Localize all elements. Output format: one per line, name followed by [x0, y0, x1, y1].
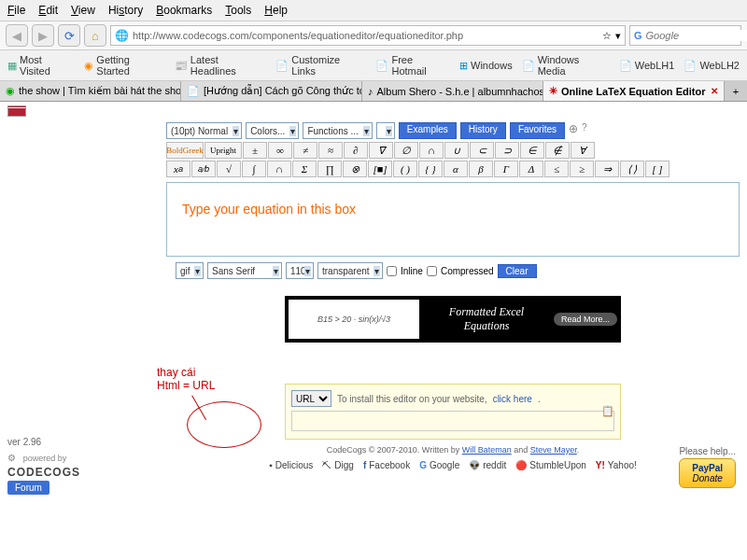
compressed-checkbox[interactable] [427, 266, 437, 276]
bg-select[interactable]: transparent [317, 262, 383, 279]
social-google[interactable]: GGoogle [419, 460, 459, 470]
embed-output[interactable] [291, 411, 614, 431]
menu-history[interactable]: History [108, 4, 143, 17]
size-select[interactable]: (10pt) Normal [166, 122, 242, 139]
sym-btn[interactable]: Γ [494, 161, 518, 177]
sym-btn[interactable]: ⊗ [343, 161, 367, 177]
sym-btn[interactable]: ∏ [317, 161, 342, 177]
click-here-link[interactable]: click here [493, 394, 532, 404]
back-button[interactable]: ◀ [6, 24, 28, 47]
sym-btn[interactable]: ∅ [394, 142, 418, 159]
bookmark-windows-media[interactable]: 📄Windows Media [522, 54, 610, 77]
bookmark-customize[interactable]: 📄Customize Links [275, 54, 366, 77]
ad-banner[interactable]: B15 > 20 · sin(x)/√3 Formatted Excel Equ… [285, 296, 621, 343]
sym-btn[interactable]: ∩ [419, 142, 444, 159]
url-bar[interactable]: 🌐 ☆ ▾ [110, 25, 626, 46]
favorites-tab[interactable]: Favorites [510, 122, 565, 139]
sym-btn[interactable]: ∫ [242, 161, 266, 177]
sym-btn[interactable]: √ [217, 161, 241, 177]
add-icon[interactable]: ⊕ [569, 122, 578, 139]
reload-button[interactable]: ⟳ [58, 24, 80, 47]
embed-format-select[interactable]: URL [291, 390, 331, 407]
history-tab[interactable]: History [460, 122, 506, 139]
social-facebook[interactable]: fFacebook [363, 460, 410, 470]
menu-bookmarks[interactable]: Bookmarks [156, 4, 212, 17]
sym-btn[interactable]: ( ) [393, 161, 417, 177]
bookmark-latest-headlines[interactable]: 📰Latest Headlines [175, 54, 266, 77]
tab-4-active[interactable]: ✳Online LaTeX Equation Editor✕ [543, 81, 725, 101]
sym-btn[interactable]: α [444, 161, 468, 177]
sym-btn[interactable]: ∀ [571, 142, 595, 159]
sym-btn[interactable]: Σ [292, 161, 317, 177]
sym-btn[interactable]: xa [166, 161, 190, 177]
sym-btn[interactable]: ≤ [544, 161, 569, 177]
help-icon[interactable]: ? [582, 122, 587, 139]
sym-btn[interactable]: ≥ [570, 161, 594, 177]
social-delicious[interactable]: ▪Delicious [269, 460, 313, 470]
dropdown-icon[interactable]: ▾ [615, 30, 621, 42]
bookmark-hotmail[interactable]: 📄Free Hotmail [375, 54, 450, 77]
colors-select[interactable]: Colors... [246, 122, 299, 139]
sym-btn[interactable]: ⊃ [495, 142, 519, 159]
sym-btn[interactable]: ≈ [318, 142, 343, 159]
upright-btn[interactable]: Upright [204, 142, 242, 159]
tab-3[interactable]: ♪Album Shero - S.h.e | albumnhachos... [362, 81, 543, 101]
bookmark-weblh2[interactable]: 📄WebLH2 [684, 60, 740, 72]
menu-tools[interactable]: Tools [225, 4, 251, 17]
sym-btn[interactable]: β [469, 161, 493, 177]
sym-btn[interactable]: ∞ [268, 142, 292, 159]
menu-help[interactable]: Help [264, 4, 288, 17]
sym-btn[interactable]: ∂ [344, 142, 368, 159]
codecogs-logo[interactable]: CODECOGS [7, 466, 80, 479]
social-reddit[interactable]: 👽reddit [469, 460, 506, 470]
new-tab-button[interactable]: + [725, 81, 747, 101]
bookmark-most-visited[interactable]: ▦Most Visited [7, 54, 75, 77]
ad-readmore-button[interactable]: Read More... [554, 313, 617, 326]
inline-checkbox[interactable] [387, 266, 397, 276]
bookmark-star-icon[interactable]: ☆ [602, 30, 612, 42]
author2-link[interactable]: Steve Mayer [530, 445, 577, 455]
sym-btn[interactable]: [ ] [645, 161, 669, 177]
paypal-donate-button[interactable]: PayPalDonate [679, 458, 736, 488]
sym-btn[interactable]: { } [418, 161, 443, 177]
sym-btn[interactable]: ⊂ [470, 142, 494, 159]
close-icon[interactable]: ✕ [711, 86, 718, 96]
more-select[interactable] [376, 122, 395, 139]
search-box[interactable]: G [629, 25, 741, 46]
tab-1[interactable]: ◉the show | Tìm kiếm bài hát the show [0, 81, 181, 101]
sym-btn[interactable]: ⇒ [595, 161, 619, 177]
bookmark-getting-started[interactable]: ◉Getting Started [84, 54, 165, 77]
sym-btn[interactable]: ∪ [444, 142, 469, 159]
menu-view[interactable]: View [71, 4, 95, 17]
functions-select[interactable]: Functions ... [303, 122, 372, 139]
sym-btn[interactable]: a⁄b [191, 161, 216, 177]
sym-btn[interactable]: ∈ [520, 142, 544, 159]
bookmark-windows[interactable]: ⊞Windows [459, 60, 513, 72]
sym-btn[interactable]: ∉ [545, 142, 570, 159]
font-select[interactable]: Sans Serif [207, 262, 282, 279]
sym-btn[interactable]: ≠ [293, 142, 317, 159]
forum-button[interactable]: Forum [7, 481, 49, 495]
url-input[interactable] [133, 30, 599, 41]
bookmark-weblh1[interactable]: 📄WebLH1 [619, 60, 675, 72]
boldgreek-btn[interactable]: BoldGreek [166, 142, 204, 159]
forward-button[interactable]: ▶ [32, 24, 54, 47]
search-input[interactable] [646, 30, 747, 41]
social-yahoo[interactable]: Y!Yahoo! [596, 460, 637, 470]
sym-btn[interactable]: Δ [519, 161, 543, 177]
sym-btn[interactable]: [■] [368, 161, 392, 177]
sym-btn[interactable]: ∇ [369, 142, 393, 159]
dpi-select[interactable]: 110 [286, 262, 314, 279]
sym-btn[interactable]: ⟨ ⟩ [620, 161, 644, 177]
social-digg[interactable]: ⛏Digg [322, 460, 354, 470]
sym-btn[interactable]: ∩ [267, 161, 291, 177]
tab-2[interactable]: 📄[Hướng dẫn] Cách gõ Công thức toán... [181, 81, 362, 101]
menu-file[interactable]: File [7, 4, 25, 17]
equation-input[interactable]: Type your equation in this box [166, 182, 740, 257]
clear-button[interactable]: Clear [498, 264, 537, 278]
social-stumble[interactable]: 🔴StumbleUpon [515, 460, 586, 470]
format-select[interactable]: gif [176, 262, 204, 279]
author1-link[interactable]: Will Bateman [462, 445, 512, 455]
home-button[interactable]: ⌂ [84, 24, 106, 47]
examples-tab[interactable]: Examples [399, 122, 457, 139]
